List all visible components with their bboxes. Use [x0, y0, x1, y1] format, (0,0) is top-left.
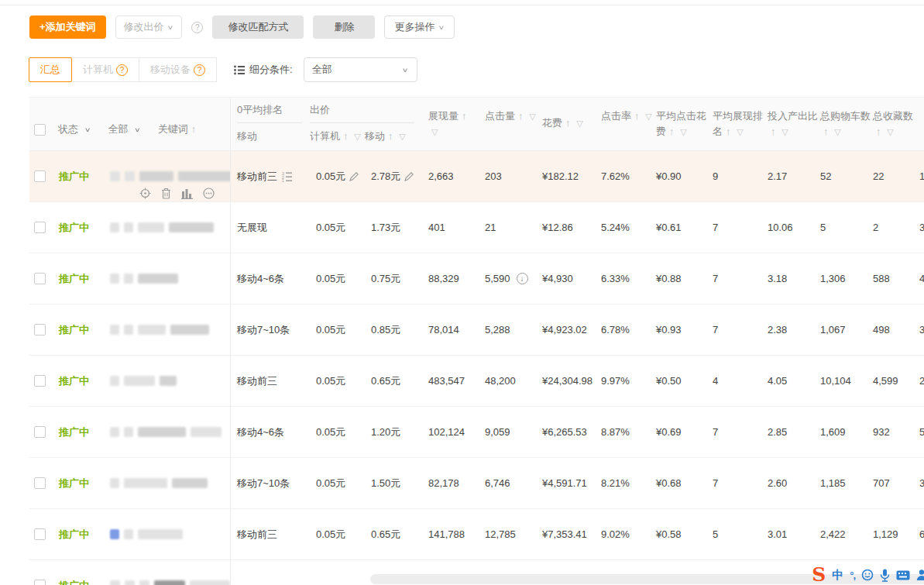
punctuation-icon[interactable]: °, — [850, 570, 855, 581]
sort-asc-icon[interactable]: ↑ — [669, 126, 675, 137]
row-checkbox[interactable] — [34, 170, 46, 182]
sort-asc-icon[interactable]: ↑ — [634, 110, 640, 122]
add-keyword-button[interactable]: +添加关键词 — [29, 15, 106, 39]
filter-funnel-icon[interactable]: ▽ — [834, 127, 840, 136]
total-carts-column-header[interactable]: 总购物车数↑ ▽ — [819, 98, 871, 150]
filter-funnel-icon[interactable]: ▽ — [680, 127, 686, 136]
keyword-column-header[interactable]: 关键词↑ — [158, 122, 197, 137]
keyword-redacted[interactable] — [110, 427, 222, 437]
row-checkbox[interactable] — [34, 477, 46, 489]
avg-impression-rank-column-header[interactable]: 平均展现排名↑ ▽ — [706, 98, 763, 150]
modify-bid-button[interactable]: 修改出价 ∨ — [115, 15, 183, 39]
edit-pencil-icon[interactable] — [349, 172, 359, 181]
filter-funnel-icon[interactable]: ▽ — [645, 112, 651, 121]
modify-match-button[interactable]: 修改匹配方式 — [212, 15, 304, 39]
rank-mobile-subheader[interactable]: 移动 — [237, 129, 257, 144]
row-checkbox[interactable] — [34, 426, 46, 438]
cost-cell: ¥4,923.02 — [539, 305, 598, 355]
sort-asc-icon[interactable]: ↑ — [771, 126, 776, 137]
trash-icon[interactable] — [161, 188, 171, 199]
filter-funnel-icon[interactable]: ▽ — [399, 132, 405, 141]
row-checkbox[interactable] — [34, 528, 46, 540]
all-filter-header[interactable]: 全部 ∨ — [108, 122, 140, 137]
keyword-redacted[interactable] — [110, 274, 178, 284]
sort-asc-icon[interactable]: ↑ — [726, 126, 731, 137]
help-icon[interactable]: ? — [116, 64, 128, 76]
sogou-logo[interactable]: S — [812, 566, 826, 584]
chinese-mode-icon[interactable]: 中 — [832, 568, 843, 583]
mic-icon[interactable] — [880, 569, 890, 582]
impressions-column-header[interactable]: 展现量↑ ▽ — [422, 98, 479, 150]
clicks-column-header[interactable]: 点击量↑ ▽ — [479, 98, 539, 150]
action-toolbar: +添加关键词 修改出价 ∨ ? 修改匹配方式 删除 更多操作 ∨ — [29, 15, 455, 39]
segment-filter-select[interactable]: 全部 ∨ — [304, 57, 417, 82]
edit-pencil-icon[interactable] — [404, 172, 414, 181]
keyword-redacted[interactable] — [110, 325, 209, 335]
total-carts-cell: 52 — [819, 151, 871, 201]
help-icon[interactable]: ? — [194, 64, 205, 76]
keyword-redacted[interactable] — [110, 222, 214, 232]
trend-down-circle-icon[interactable]: ↓ — [517, 273, 528, 284]
sort-asc-icon[interactable]: ↑ — [388, 130, 393, 142]
select-all-checkbox[interactable] — [34, 124, 46, 136]
help-icon[interactable]: ? — [191, 22, 203, 33]
filter-funnel-icon[interactable]: ▽ — [781, 127, 788, 136]
filter-funnel-icon[interactable]: ▽ — [354, 132, 360, 141]
filter-funnel-icon[interactable]: ▽ — [529, 112, 535, 121]
filter-funnel-icon[interactable]: ▽ — [887, 127, 893, 136]
impressions-cell: 141,788 — [422, 509, 479, 559]
ctr-column-header[interactable]: 点击率↑ ▽ — [598, 98, 654, 150]
row-checkbox[interactable] — [34, 324, 46, 336]
tab-mobile-device[interactable]: 移动设备 ? — [139, 57, 217, 82]
keyword-redacted[interactable] — [110, 580, 230, 585]
filter-funnel-icon[interactable]: ▽ — [737, 127, 743, 136]
more-options-icon[interactable] — [203, 188, 215, 199]
keyword-redacted[interactable] — [110, 529, 183, 539]
row-checkbox[interactable] — [34, 273, 46, 284]
bar-chart-icon[interactable] — [181, 188, 193, 199]
row-checkbox[interactable] — [34, 375, 46, 387]
avg-rank-cell: 移动前三 — [230, 509, 310, 559]
sort-asc-icon[interactable]: ↑ — [565, 117, 571, 129]
keyword-redacted[interactable] — [110, 478, 208, 488]
total-favorites-column-header[interactable]: 总收藏数↑ ▽ — [871, 98, 918, 150]
keyboard-icon[interactable] — [896, 570, 910, 580]
keyword-redacted[interactable] — [110, 171, 230, 181]
tab-computer[interactable]: 计算机 ? — [71, 57, 139, 82]
bid-computer-subheader[interactable]: 计算机↑ ▽ — [310, 129, 365, 144]
delete-button[interactable]: 删除 — [313, 15, 375, 39]
sort-asc-icon[interactable]: ↑ — [518, 110, 524, 122]
keyword-redacted[interactable] — [110, 376, 177, 386]
sort-asc-icon[interactable]: ↑ — [462, 110, 467, 122]
rank-list-icon[interactable]: 3 2 1 — [282, 171, 292, 182]
row-checkbox[interactable] — [34, 580, 46, 585]
device-tab-group: 汇总 计算机 ? 移动设备 ? — [29, 57, 217, 82]
row-checkbox[interactable] — [34, 222, 46, 233]
bid-mobile-subheader[interactable]: 移动↑ ▽ — [365, 129, 419, 144]
status-badge: 推广中 — [59, 170, 99, 184]
row-frozen-cell: 推广中 — [29, 458, 230, 508]
clicks-cell: 9,059 — [479, 407, 539, 457]
roi-column-header[interactable]: 投入产出比↑ ▽ — [763, 98, 819, 150]
avg-click-cost-column-header[interactable]: 平均点击花费↑ ▽ — [654, 98, 706, 150]
cost-column-header[interactable]: 花费↑ ▽ — [539, 98, 598, 150]
target-icon[interactable] — [139, 188, 151, 199]
filter-funnel-icon[interactable]: ▽ — [431, 127, 438, 136]
sort-asc-icon[interactable]: ↑ — [343, 130, 349, 142]
sort-asc-icon[interactable]: ↑ — [876, 126, 881, 137]
table-row: 推广中 移动4~6条 0.05元 1.20元 102,124 9,059 ¥6,… — [29, 407, 924, 458]
status-column-header[interactable]: 状态 ∨ — [58, 122, 91, 137]
emoji-icon[interactable] — [861, 569, 874, 581]
sort-asc-icon[interactable]: ↑ — [823, 126, 829, 137]
row-frozen-cell: 推广中 — [29, 305, 230, 355]
avg-rank-cell: 移动7~10条 — [230, 305, 310, 355]
user-icon[interactable] — [916, 569, 924, 581]
more-actions-button[interactable]: 更多操作 ∨ — [384, 15, 455, 39]
sort-asc-icon[interactable]: ↑ — [191, 123, 197, 135]
tab-summary[interactable]: 汇总 — [29, 57, 72, 82]
mobile-bid-cell: 2.78元 — [368, 151, 422, 201]
filter-funnel-icon[interactable]: ▽ — [576, 119, 582, 128]
clicks-cell: 203 — [479, 151, 539, 201]
cost-cell: ¥24,304.98 — [539, 356, 598, 406]
ime-toolbar: S 中 °, — [812, 565, 924, 585]
